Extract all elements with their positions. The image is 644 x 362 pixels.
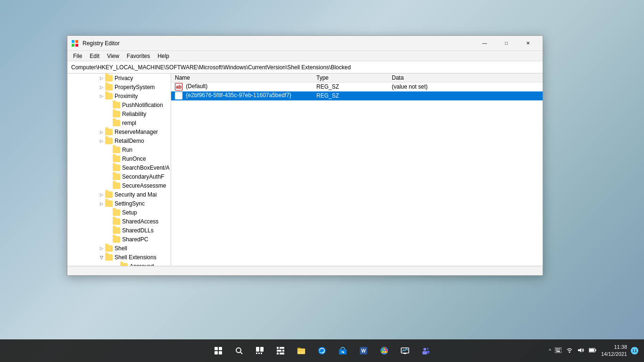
explorer-button[interactable] xyxy=(292,341,311,360)
tree-item-sharedaccess[interactable]: ▷ SharedAccess xyxy=(67,217,171,226)
right-panel: Name Type Data ab (Default) REG_SZ xyxy=(171,74,543,266)
reg-type-default: REG_SZ xyxy=(313,82,388,91)
address-bar: Computer\HKEY_LOCAL_MACHINE\SOFTWARE\Mic… xyxy=(67,61,543,74)
address-input[interactable]: Computer\HKEY_LOCAL_MACHINE\SOFTWARE\Mic… xyxy=(71,64,539,71)
svg-rect-4 xyxy=(215,347,218,350)
volume-icon[interactable] xyxy=(577,346,585,355)
tree-item-runonce[interactable]: ▷ RunOnce xyxy=(67,154,171,163)
tree-item-pushnotification[interactable]: ▷ PushNotification xyxy=(67,100,171,109)
wifi-icon[interactable] xyxy=(565,346,574,355)
col-header-name[interactable]: Name xyxy=(171,74,313,82)
tree-label-pushnotification: PushNotification xyxy=(122,102,163,108)
svg-rect-2 xyxy=(72,44,74,47)
maximize-button[interactable]: □ xyxy=(495,36,517,51)
minimize-button[interactable]: — xyxy=(474,36,495,51)
tree-item-run[interactable]: ▷ Run xyxy=(67,145,171,154)
tree-label-setup: Setup xyxy=(122,209,137,216)
folder-icon-reservemanager xyxy=(105,129,113,135)
svg-rect-11 xyxy=(260,347,264,352)
menu-favorites[interactable]: Favorites xyxy=(123,52,154,60)
expand-icon-retaildemo[interactable]: ▷ xyxy=(98,137,105,145)
tree-item-searchboxevent[interactable]: ▷ SearchBoxEvent/A xyxy=(67,163,171,172)
tree-item-secureassessme[interactable]: ▷ SecureAssessme xyxy=(67,181,171,190)
tree-label-securityandmai: Security and Mai xyxy=(115,191,157,198)
tree-label-shell: Shell xyxy=(115,245,127,252)
tree-item-privacy[interactable]: ▷ Privacy xyxy=(67,74,171,82)
tree-item-reservemanager[interactable]: ▷ ReserveManager xyxy=(67,127,171,136)
svg-point-8 xyxy=(236,348,241,353)
svg-rect-44 xyxy=(557,350,558,351)
svg-rect-36 xyxy=(422,351,427,354)
widgets-button[interactable] xyxy=(271,341,290,360)
tree-item-sharedpc[interactable]: ▷ SharedPC xyxy=(67,235,171,244)
tree-label-propertysystem: PropertySystem xyxy=(115,84,155,90)
teams-button[interactable] xyxy=(416,341,435,360)
store-button[interactable]: 🛍 xyxy=(333,341,352,360)
tray-chevron[interactable]: ^ xyxy=(549,348,551,354)
expand-icon-propertysystem[interactable]: ▷ xyxy=(98,83,105,91)
expand-icon-shellextensions[interactable]: ▽ xyxy=(98,254,105,261)
edge-button[interactable] xyxy=(313,341,331,360)
table-row[interactable]: ab {e2bf9676-5f8f-435c-97eb-11607a5bedf7… xyxy=(171,91,543,100)
tree-item-reliability[interactable]: ▷ Reliability xyxy=(67,109,171,118)
svg-rect-17 xyxy=(277,350,281,352)
tree-item-secondaryauthf[interactable]: ▷ SecondaryAuthF xyxy=(67,172,171,181)
chrome-button[interactable] xyxy=(375,341,394,360)
svg-rect-5 xyxy=(219,347,222,350)
folder-icon-secondaryauthf xyxy=(113,173,120,180)
tree-panel[interactable]: ▷ Privacy ▷ PropertySystem ▷ Proximity xyxy=(67,74,171,266)
search-button[interactable] xyxy=(230,341,248,360)
svg-text:W: W xyxy=(361,348,366,354)
clock-date: 14/12/2021 xyxy=(601,351,627,358)
word-button[interactable]: W xyxy=(354,341,373,360)
tree-item-shellextensions[interactable]: ▽ Shell Extensions xyxy=(67,253,171,262)
tree-item-propertysystem[interactable]: ▷ PropertySystem xyxy=(67,82,171,91)
menu-help[interactable]: Help xyxy=(154,52,173,60)
tree-item-setup[interactable]: ▷ Setup xyxy=(67,208,171,217)
tree-item-shell[interactable]: ▷ Shell xyxy=(67,244,171,253)
reg-data-default: (value not set) xyxy=(388,82,543,91)
svg-rect-18 xyxy=(282,350,284,352)
taskview-button[interactable] xyxy=(250,341,269,360)
expand-icon-proximity[interactable]: ▷ xyxy=(98,92,105,100)
table-row[interactable]: ab (Default) REG_SZ (value not set) xyxy=(171,82,543,91)
taskbar-center: 🛍 W xyxy=(209,341,435,360)
folder-icon-sharedaccess xyxy=(113,218,120,225)
menu-view[interactable]: View xyxy=(103,52,123,60)
notification-badge[interactable]: 11 xyxy=(631,347,638,354)
tree-item-approved[interactable]: ▷ Approved xyxy=(67,262,171,266)
tree-item-securityandmai[interactable]: ▷ Security and Mai xyxy=(67,190,171,199)
tree-item-shareddlls[interactable]: ▷ SharedDLLs xyxy=(67,226,171,235)
folder-icon-runonce xyxy=(113,156,120,162)
col-header-data[interactable]: Data xyxy=(388,74,543,82)
svg-rect-19 xyxy=(277,353,279,354)
expand-icon-shell[interactable]: ▷ xyxy=(98,245,105,252)
svg-rect-42 xyxy=(560,348,561,349)
menu-edit[interactable]: Edit xyxy=(86,52,103,60)
expand-icon-settingsync[interactable]: ▷ xyxy=(98,200,105,207)
tree-item-proximity[interactable]: ▷ Proximity xyxy=(67,91,171,100)
col-header-type[interactable]: Type xyxy=(313,74,388,82)
folder-icon-setup xyxy=(113,209,120,216)
tree-label-reliability: Reliability xyxy=(122,111,146,117)
monitor-button[interactable] xyxy=(396,341,414,360)
svg-rect-3 xyxy=(75,44,78,47)
tree-item-retaildemo[interactable]: ▷ RetailDemo xyxy=(67,136,171,145)
close-button[interactable]: ✕ xyxy=(517,36,539,51)
keyboard-icon[interactable] xyxy=(554,346,562,355)
expand-icon-reservemanager[interactable]: ▷ xyxy=(98,128,105,136)
tree-label-retaildemo: RetailDemo xyxy=(115,138,144,144)
tree-item-settingsync[interactable]: ▷ SettingSync xyxy=(67,199,171,208)
system-clock[interactable]: 11:38 14/12/2021 xyxy=(601,344,627,358)
battery-icon[interactable] xyxy=(588,346,597,355)
menu-file[interactable]: File xyxy=(69,52,86,60)
svg-rect-21 xyxy=(297,349,305,354)
expand-icon-securityandmai[interactable]: ▷ xyxy=(98,191,105,198)
start-button[interactable] xyxy=(209,341,228,360)
tree-item-rempl[interactable]: ▷ rempl xyxy=(67,118,171,127)
svg-point-47 xyxy=(569,352,570,353)
tree-label-secondaryauthf: SecondaryAuthF xyxy=(122,173,164,180)
svg-rect-45 xyxy=(559,350,560,351)
expand-icon-privacy[interactable]: ▷ xyxy=(98,74,105,82)
menu-bar: File Edit View Favorites Help xyxy=(67,51,543,61)
